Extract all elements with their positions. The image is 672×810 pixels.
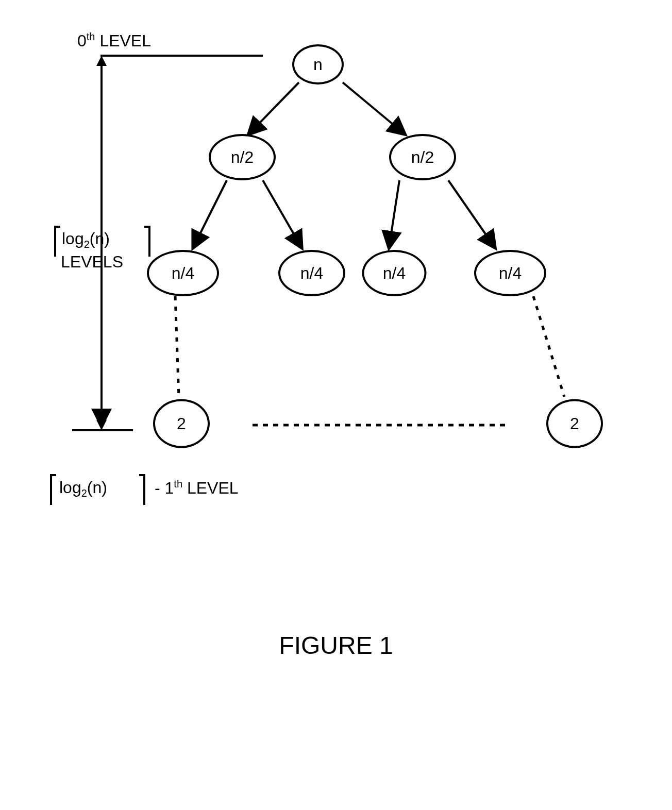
svg-marker-5 xyxy=(96,420,107,430)
l2-3-text: n/4 xyxy=(383,264,406,283)
node-leaf-left: 2 xyxy=(153,399,210,448)
bot-sup: th xyxy=(174,478,182,490)
ceil-left-bot xyxy=(50,474,56,505)
bot-minus: - 1 xyxy=(155,479,174,497)
node-l1-left: n/2 xyxy=(209,134,276,180)
log-text: log xyxy=(62,229,84,248)
bot-arg: (n) xyxy=(87,478,107,497)
node-leaf-right: 2 xyxy=(546,399,603,448)
svg-line-7 xyxy=(343,82,405,134)
svg-marker-4 xyxy=(96,56,107,66)
top-level-sup: th xyxy=(87,31,95,42)
node-root: n xyxy=(292,44,344,85)
leaf-right-text: 2 xyxy=(570,414,579,433)
node-l2-2: n/4 xyxy=(278,250,345,296)
l1-left-text: n/2 xyxy=(231,148,254,167)
l2-4-text: n/4 xyxy=(499,264,522,283)
svg-line-8 xyxy=(193,180,227,247)
leaf-left-text: 2 xyxy=(177,414,186,433)
ceil-right-bot xyxy=(139,474,145,505)
node-l2-1: n/4 xyxy=(147,250,219,296)
svg-line-12 xyxy=(175,296,179,397)
bot-suffix: LEVEL xyxy=(182,479,239,497)
ceil-left-mid xyxy=(54,226,60,257)
root-text: n xyxy=(313,55,323,74)
bot-sub: 2 xyxy=(81,487,87,499)
node-l2-4: n/4 xyxy=(474,250,546,296)
figure-title: FIGURE 1 xyxy=(279,631,393,660)
l2-2-text: n/4 xyxy=(300,264,323,283)
top-level-number: 0 xyxy=(77,31,87,50)
svg-line-11 xyxy=(448,180,495,247)
node-l2-3: n/4 xyxy=(362,250,427,296)
l2-1-text: n/4 xyxy=(172,264,194,283)
bottom-level-rest: - 1th LEVEL xyxy=(155,478,239,498)
node-l1-right: n/2 xyxy=(389,134,456,180)
top-level-suffix: LEVEL xyxy=(95,31,151,50)
bottom-level-log: log2(n) xyxy=(59,478,107,499)
log-arg: (n) xyxy=(90,229,110,248)
l1-right-text: n/2 xyxy=(411,148,434,167)
ceil-right-mid xyxy=(144,226,150,257)
svg-line-10 xyxy=(389,180,399,247)
bot-log: log xyxy=(59,478,81,497)
title-text: FIGURE 1 xyxy=(279,632,393,659)
levels-suffix-label: LEVELS xyxy=(61,252,123,272)
top-level-label: 0th LEVEL xyxy=(77,31,151,50)
log-sub: 2 xyxy=(84,239,90,250)
levels-suffix: LEVELS xyxy=(61,252,123,271)
svg-line-6 xyxy=(249,82,299,134)
levels-label: log2(n) xyxy=(62,229,110,250)
svg-line-13 xyxy=(533,296,564,397)
svg-line-9 xyxy=(263,180,301,247)
